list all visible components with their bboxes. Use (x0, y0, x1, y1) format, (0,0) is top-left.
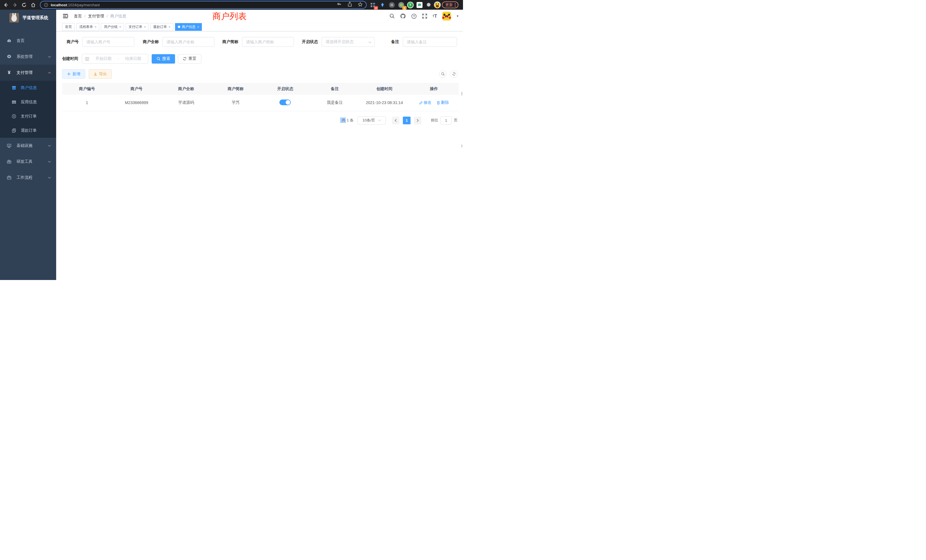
scrollbar-mark[interactable] (461, 92, 462, 95)
table-toolbar: 新增 导出 (62, 69, 459, 79)
chevron-down-icon (368, 39, 371, 44)
share-icon[interactable] (348, 2, 352, 8)
tag-merchant-info-active[interactable]: 商户信息× (175, 23, 202, 31)
active-dot (178, 26, 180, 28)
goto-page-input[interactable] (440, 117, 452, 125)
update-label: 更新 (445, 2, 453, 8)
close-icon[interactable]: × (168, 25, 170, 29)
search-button[interactable]: 搜索 (152, 54, 175, 64)
sidebar-item-devtools[interactable]: 研发工具 (0, 154, 56, 170)
show-search-toggle-button[interactable] (439, 70, 446, 78)
extension-chat-icon[interactable] (416, 1, 423, 9)
help-icon[interactable]: ? (411, 14, 417, 19)
font-size-icon[interactable]: TT (433, 14, 437, 19)
sidebar-item-home[interactable]: 首页 (0, 33, 56, 49)
sidebar-item-refund-order[interactable]: 退款订单 (0, 123, 56, 138)
short-name-input[interactable] (242, 37, 294, 47)
date-separator: - (118, 57, 119, 61)
github-icon[interactable] (400, 13, 406, 19)
breadcrumb-separator: / (85, 14, 86, 18)
close-icon[interactable]: × (119, 25, 121, 29)
close-icon[interactable]: × (144, 25, 146, 29)
app-logo-row[interactable]: 芋道管理系统 (0, 10, 56, 26)
tag-process-form[interactable]: 流程表单× (76, 23, 99, 31)
delete-link[interactable]: 删除 (436, 100, 449, 105)
header-search-icon[interactable] (389, 14, 395, 19)
password-key-icon[interactable] (337, 2, 342, 8)
home-icon[interactable] (30, 2, 36, 8)
extension-command-icon[interactable]: ⌘ (388, 1, 395, 9)
status-select[interactable]: 请选择开启状态 (322, 37, 375, 47)
remark-input[interactable] (403, 37, 457, 47)
address-bar[interactable]: localhost:1024/pay/merchant (40, 1, 367, 9)
next-page-button[interactable] (414, 117, 421, 124)
date-end-placeholder: 结束日期 (121, 56, 145, 61)
collapse-sidebar-icon[interactable] (63, 14, 68, 18)
tag-user-group[interactable]: 用户分组× (101, 23, 124, 31)
avatar-caret-icon[interactable]: ▼ (456, 15, 459, 18)
search-label: 搜索 (162, 56, 170, 61)
page-size-select[interactable]: 10条/页 (357, 117, 386, 125)
chevron-down-icon (48, 56, 51, 58)
cell-full-name: 芋道源码 (161, 95, 211, 111)
sidebar-item-system[interactable]: 系统管理 (0, 49, 56, 65)
cell-merchant-id: 1 (62, 95, 112, 111)
browser-menu-kebab-icon[interactable] (455, 3, 455, 7)
fullscreen-icon[interactable] (422, 14, 427, 19)
extension-gem-icon[interactable] (378, 1, 386, 9)
forward-icon[interactable] (11, 2, 18, 8)
page-number-1[interactable]: 1 (403, 117, 410, 124)
full-name-input[interactable] (162, 37, 214, 47)
monitor-icon (7, 144, 11, 148)
profile-avatar-emoji[interactable] (434, 1, 441, 9)
tag-home[interactable]: 首页 (62, 23, 75, 31)
edit-link[interactable]: 修改 (419, 100, 432, 105)
merchant-no-input[interactable] (82, 37, 134, 47)
prev-page-button[interactable] (392, 117, 399, 124)
extension-profile-icon[interactable]: 1 (398, 1, 405, 9)
extension-yudao-icon[interactable]: Y (407, 1, 414, 9)
main-area: 首页 / 支付管理 / 商户信息 商户列表 ? T (56, 10, 463, 280)
close-icon[interactable]: × (95, 25, 96, 29)
bookmark-star-icon[interactable] (358, 2, 363, 8)
sidebar-item-infra[interactable]: 基础设施 (0, 138, 56, 154)
tag-refund-order[interactable]: 退款订单× (150, 23, 173, 31)
tags-view: 首页 流程表单× 用户分组× 支付订单× 退款订单× 商户信息× (56, 23, 463, 31)
extension-badge: 1 (402, 6, 407, 10)
sidebar-item-workflow[interactable]: 工作流程 (0, 170, 56, 186)
sidebar-item-merchant-info[interactable]: 商户信息 (0, 81, 56, 95)
app-header: 首页 / 支付管理 / 商户信息 商户列表 ? T (56, 10, 463, 23)
status-toggle-on[interactable] (279, 100, 291, 105)
refresh-table-button[interactable] (450, 70, 458, 78)
selected-text: 共 (340, 118, 346, 123)
site-info-icon[interactable] (44, 3, 48, 7)
sidebar-item-payment[interactable]: ¥ 支付管理 (0, 65, 56, 81)
tag-label: 退款订单 (153, 24, 167, 29)
merchant-no-label: 商户号 (67, 39, 79, 44)
add-button[interactable]: 新增 (62, 69, 85, 79)
sidebar-item-pay-order[interactable]: ¥ 支付订单 (0, 109, 56, 123)
short-name-label: 商户简称 (222, 39, 238, 44)
sidebar-item-label: 应用信息 (21, 100, 37, 104)
col-status: 开启状态 (260, 83, 310, 95)
date-start-placeholder: 开始日期 (92, 56, 115, 61)
extension-grid-icon[interactable]: 10 (369, 1, 376, 9)
user-avatar-pikachu[interactable] (442, 12, 451, 21)
sidebar-item-app-info[interactable]: 应用信息 (0, 95, 56, 109)
cell-remark: 我是备注 (310, 95, 360, 111)
export-button[interactable]: 导出 (89, 69, 112, 79)
tag-pay-order[interactable]: 支付订单× (126, 23, 148, 31)
status-placeholder: 请选择开启状态 (325, 39, 354, 44)
close-icon[interactable]: × (197, 25, 199, 29)
extensions-puzzle-icon[interactable] (425, 1, 432, 9)
breadcrumb-home[interactable]: 首页 (74, 14, 82, 19)
create-time-range-picker[interactable]: 开始日期 - 结束日期 (82, 54, 148, 64)
reset-button[interactable]: 重置 (178, 54, 201, 64)
back-icon[interactable] (2, 2, 9, 8)
scrollbar-mark[interactable] (461, 145, 462, 147)
reload-icon[interactable] (21, 2, 27, 8)
storefront-icon (12, 86, 16, 90)
browser-update-button[interactable]: 更新 (442, 2, 458, 8)
total-text: 1 条 (346, 118, 354, 122)
breadcrumb-payment[interactable]: 支付管理 (88, 14, 104, 19)
